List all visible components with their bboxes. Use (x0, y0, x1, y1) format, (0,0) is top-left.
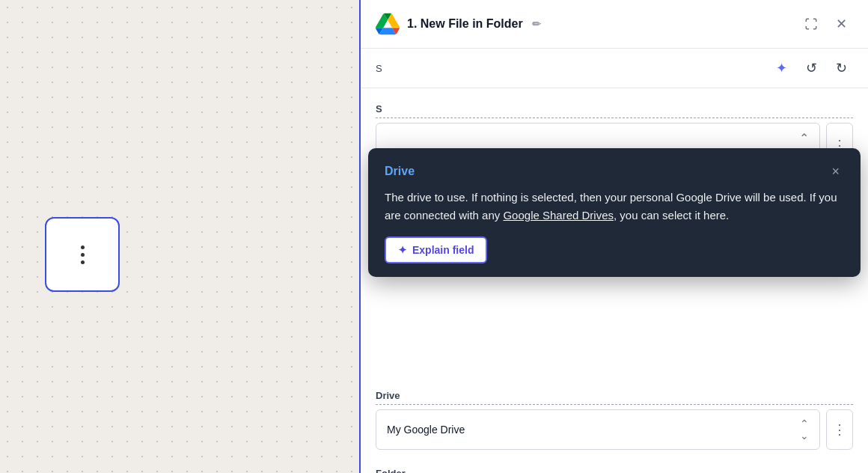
redo-button[interactable]: ↻ (829, 56, 853, 80)
header-actions: ✕ (799, 12, 853, 36)
edit-title-icon[interactable]: ✏ (532, 18, 541, 30)
tooltip-popup: Drive × The drive to use. If nothing is … (368, 148, 861, 277)
shared-drives-link[interactable]: Google Shared Drives (503, 209, 614, 222)
toolbar-row: S ✦ ↺ ↻ (361, 49, 868, 88)
node-dots (81, 245, 85, 264)
panel-header: 1. New File in Folder ✏ ✕ (361, 0, 868, 49)
dot-1 (81, 245, 85, 249)
panel-content: S ⌃⌄ ⋮ S * ⌃⌄ (361, 88, 868, 473)
field-label-top: S (376, 103, 853, 118)
step-name: New File in Folder (421, 17, 523, 30)
field-group-folder: Folder 1A4odpplkzH2zHKLaBivTBlNbQJjPxy4p… (376, 468, 853, 473)
sparkle-button[interactable]: ✦ (769, 56, 793, 80)
field-group-drive: Drive My Google Drive ⌃⌄ ⋮ (376, 390, 853, 450)
expand-button[interactable] (799, 12, 823, 36)
close-icon: ✕ (836, 16, 847, 32)
tooltip-title: Drive (385, 165, 415, 178)
right-panel: 1. New File in Folder ✏ ✕ S ✦ ↺ ↻ (359, 0, 868, 473)
sparkle-icon: ✦ (776, 60, 787, 76)
explain-field-label: Explain field (412, 244, 474, 256)
undo-button[interactable]: ↺ (799, 56, 823, 80)
dot-2 (81, 253, 85, 257)
dot-3 (81, 260, 85, 264)
redo-icon: ↻ (836, 60, 847, 76)
close-panel-button[interactable]: ✕ (829, 12, 853, 36)
explain-sparkle-icon: ✦ (398, 244, 407, 256)
undo-icon: ↺ (806, 60, 817, 76)
drive-value: My Google Drive (387, 424, 465, 436)
drive-menu-button[interactable]: ⋮ (826, 409, 853, 450)
chevron-updown-drive: ⌃⌄ (800, 418, 809, 442)
field-label-drive: Drive (376, 390, 853, 405)
panel-title: 1. New File in Folder ✏ (407, 17, 792, 31)
tooltip-close-button[interactable]: × (827, 163, 844, 180)
field-label-folder: Folder (376, 468, 853, 473)
tooltip-header: Drive × (385, 163, 844, 180)
dots-vertical-icon-drive: ⋮ (833, 421, 846, 438)
drive-input[interactable]: My Google Drive ⌃⌄ (376, 409, 820, 450)
field-row-drive: My Google Drive ⌃⌄ ⋮ (376, 409, 853, 450)
google-drive-logo (376, 12, 400, 36)
left-node-card (45, 217, 120, 292)
step-number: 1. (407, 17, 417, 30)
toolbar-label-s1: S (376, 63, 382, 74)
tooltip-body: The drive to use. If nothing is selected… (385, 189, 844, 225)
tooltip-close-icon: × (831, 164, 840, 179)
explain-field-button[interactable]: ✦ Explain field (385, 236, 487, 263)
